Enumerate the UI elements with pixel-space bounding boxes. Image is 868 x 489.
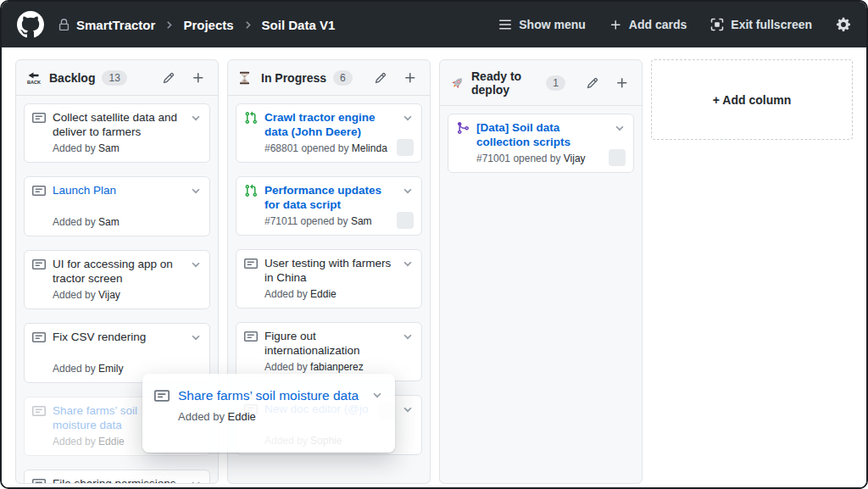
card[interactable]: Collect satellite data and deliver to fa… xyxy=(24,103,210,163)
chevron-down-icon[interactable] xyxy=(190,330,202,343)
chevron-right-icon xyxy=(243,19,253,31)
card-meta-name: Eddie xyxy=(310,288,337,300)
card-title[interactable]: Crawl tractor engine data (John Deere) xyxy=(264,110,395,139)
column-title: Ready to deploy xyxy=(471,69,539,97)
card-title[interactable]: [Data] Soil data collection scripts xyxy=(476,120,607,149)
card-title[interactable]: Launch Plan xyxy=(53,183,183,197)
card[interactable]: User testing with farmers in ChinaAdded … xyxy=(236,249,422,308)
avatar xyxy=(609,149,626,166)
back-icon: BACK xyxy=(26,72,42,85)
card-meta-prefix: Added by xyxy=(53,289,96,301)
git-merge-icon xyxy=(456,120,470,135)
plus-icon xyxy=(609,19,622,31)
settings-button[interactable] xyxy=(836,17,851,32)
card[interactable]: File sharing permissionsAdded by fabianp… xyxy=(24,470,210,484)
add-column-button[interactable]: + Add column xyxy=(651,59,853,140)
chevron-down-icon[interactable] xyxy=(402,256,414,270)
card-title: Figure out internationalization xyxy=(264,329,395,358)
note-icon xyxy=(32,110,46,125)
show-menu-label: Show menu xyxy=(519,18,586,31)
github-logo[interactable] xyxy=(17,11,44,38)
card-meta-name: Vijay xyxy=(98,289,120,301)
project-board: BACKBacklog13Collect satellite data and … xyxy=(2,47,866,489)
note-icon xyxy=(244,329,258,343)
card[interactable]: UI for accessing app on tractor screenAd… xyxy=(24,250,210,309)
note-icon xyxy=(32,257,46,271)
chevron-down-icon[interactable] xyxy=(190,476,202,484)
header-actions: Show menu Add cards Exit fullscreen xyxy=(498,17,851,32)
card-title: User testing with farmers in China xyxy=(264,256,395,285)
card-meta: #71011 opened by Sam xyxy=(264,215,414,228)
chevron-down-icon[interactable] xyxy=(614,120,626,134)
card-title: Collect satellite data and deliver to fa… xyxy=(53,110,183,139)
card[interactable]: [Data] Soil data collection scripts#7100… xyxy=(448,114,634,173)
drag-overlay-card[interactable]: Share farms’ soil moisture data Added by… xyxy=(142,374,395,453)
chevron-down-icon[interactable] xyxy=(402,183,414,197)
card-meta-name: Sam xyxy=(351,215,372,227)
card[interactable]: Crawl tractor engine data (John Deere)#6… xyxy=(236,103,422,163)
chevron-down-icon[interactable] xyxy=(371,386,383,401)
note-icon xyxy=(32,476,46,484)
card-meta: Added by Eddie xyxy=(178,410,383,423)
card-meta-prefix: #71011 opened by xyxy=(264,215,348,227)
card-meta-prefix: Added by xyxy=(264,288,308,300)
rocket-icon xyxy=(450,76,465,90)
chevron-down-icon[interactable] xyxy=(402,402,414,415)
chevron-right-icon xyxy=(164,19,174,31)
lock-icon xyxy=(58,19,70,31)
card[interactable]: Launch PlanAdded by Sam xyxy=(24,176,210,236)
add-card-button[interactable] xyxy=(613,75,632,92)
add-card-button[interactable] xyxy=(189,69,208,86)
column-header: In Progress6 xyxy=(228,60,430,96)
add-card-button[interactable] xyxy=(401,69,420,86)
edit-column-button[interactable] xyxy=(160,70,177,86)
pull-request-icon xyxy=(244,110,258,125)
breadcrumb-project-name[interactable]: Soil Data V1 xyxy=(262,18,336,32)
card-meta-prefix: Added by xyxy=(178,410,225,423)
show-menu-button[interactable]: Show menu xyxy=(498,18,586,31)
chevron-down-icon[interactable] xyxy=(190,257,202,270)
chevron-down-icon[interactable] xyxy=(190,110,202,124)
column-header: Ready to deploy1 xyxy=(440,60,642,106)
add-cards-button[interactable]: Add cards xyxy=(609,18,687,31)
card-meta-name: Eddie xyxy=(228,410,256,423)
avatar xyxy=(397,212,414,229)
three-bars-icon xyxy=(498,18,512,31)
card-title: File sharing permissions xyxy=(53,476,183,484)
card-meta-prefix: Added by xyxy=(53,142,96,154)
add-cards-label: Add cards xyxy=(629,18,687,31)
chevron-down-icon[interactable] xyxy=(402,110,414,124)
header: SmartTractor Projects Soil Data V1 Show … xyxy=(2,2,866,47)
card[interactable]: Performance updates for data script#7101… xyxy=(236,176,422,236)
svg-text:BACK: BACK xyxy=(27,80,41,85)
card[interactable]: Figure out internationalizationAdded by … xyxy=(236,322,422,381)
breadcrumb-projects[interactable]: Projects xyxy=(183,18,233,32)
card-title: UI for accessing app on tractor screen xyxy=(53,257,183,286)
chevron-down-icon[interactable] xyxy=(402,329,414,342)
exit-fullscreen-button[interactable]: Exit fullscreen xyxy=(710,18,812,31)
breadcrumb-repo[interactable]: SmartTractor xyxy=(58,18,155,32)
card-meta-name: fabianperez xyxy=(310,361,364,373)
breadcrumb-project-name-label: Soil Data V1 xyxy=(262,18,336,32)
pull-request-icon xyxy=(244,183,258,197)
app-window: SmartTractor Projects Soil Data V1 Show … xyxy=(0,0,868,489)
card-title[interactable]: Share farms’ soil moisture data xyxy=(178,386,363,404)
chevron-down-icon[interactable] xyxy=(190,183,202,197)
edit-column-button[interactable] xyxy=(584,75,601,91)
edit-column-button[interactable] xyxy=(372,70,389,86)
column-header: BACKBacklog13 xyxy=(16,60,218,96)
cards-list: [Data] Soil data collection scripts#7100… xyxy=(440,106,642,194)
note-icon xyxy=(154,386,170,403)
card-title: Fix CSV rendering xyxy=(53,330,183,344)
note-icon xyxy=(32,403,46,418)
card-meta: Added by fabianperez xyxy=(264,361,414,374)
card-title[interactable]: Performance updates for data script xyxy=(264,183,395,212)
card-meta: Added by Sam xyxy=(53,216,202,229)
card-meta-prefix: Added by xyxy=(53,363,96,375)
gear-icon xyxy=(836,17,851,32)
column-title: In Progress xyxy=(261,71,326,85)
card-meta-prefix: #68801 opened by xyxy=(264,142,348,154)
column-title: Backlog xyxy=(49,71,95,85)
note-icon xyxy=(32,183,46,197)
exit-fullscreen-label: Exit fullscreen xyxy=(731,18,812,31)
